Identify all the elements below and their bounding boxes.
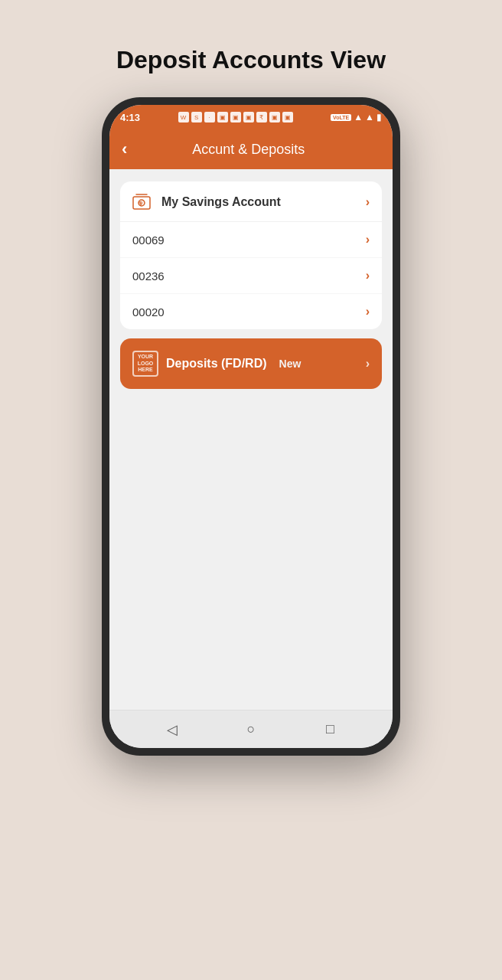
status-right: VoLTE ▲ ▲ ▮ [331,112,382,122]
account-chevron-2: › [366,269,370,283]
nav-title: Accunt & Deposits [139,142,357,158]
deposits-card[interactable]: YOUR LOGO HERE Deposits (FD/RD) New › [120,338,382,389]
battery-icon: ▮ [376,112,382,122]
new-badge: New [279,358,302,370]
deposits-logo-text: YOUR LOGO HERE [138,354,154,373]
savings-icon: $ [132,194,154,211]
deposits-left: YOUR LOGO HERE Deposits (FD/RD) New [132,351,301,377]
deposits-chevron-icon: › [366,357,370,371]
savings-header-left: $ My Savings Account [132,194,281,211]
page-title: Deposit Accounts View [116,46,386,74]
phone-screen: 4:13 W S · ▣ ▣ ▣ ₹ ▣ ▣ VoLTE ▲ ▲ ▮ ‹ [109,105,393,748]
account-chevron-1: › [366,233,370,247]
icon6: ▣ [243,112,254,122]
wifi-icon: ▲ [354,112,363,122]
account-item-2[interactable]: 00236 › [120,258,382,294]
bottom-nav-bar: ◁ ○ □ [109,710,393,748]
home-nav-button[interactable]: ○ [242,720,260,739]
savings-account-card: $ My Savings Account › 00069 › 00236 › [120,181,382,329]
deposits-logo: YOUR LOGO HERE [132,351,158,377]
recents-nav-button[interactable]: □ [321,720,339,739]
account-number-3: 00020 [132,305,165,318]
icon4: ▣ [217,112,228,122]
account-item-3[interactable]: 00020 › [120,294,382,329]
account-number-2: 00236 [132,270,165,283]
status-bar: 4:13 W S · ▣ ▣ ▣ ₹ ▣ ▣ VoLTE ▲ ▲ ▮ [109,105,393,129]
signal-icon: ▲ [365,112,374,122]
status-time: 4:13 [120,112,140,123]
volte-badge: VoLTE [331,114,351,121]
savings-card-header[interactable]: $ My Savings Account › [120,181,382,222]
phone-mockup: 4:13 W S · ▣ ▣ ▣ ₹ ▣ ▣ VoLTE ▲ ▲ ▮ ‹ [102,97,400,756]
deposits-title: Deposits (FD/RD) [166,357,267,371]
spotify-icon: S [191,112,202,122]
svg-text:$: $ [139,200,142,207]
back-nav-button[interactable]: ◁ [163,720,181,739]
icon7: ₹ [256,112,267,122]
whatsapp-icon: W [178,112,189,122]
icon5: ▣ [230,112,241,122]
icon3: · [204,112,215,122]
account-chevron-3: › [366,305,370,318]
savings-title: My Savings Account [161,195,281,209]
nav-bar: ‹ Accunt & Deposits [109,129,393,169]
icon8: ▣ [269,112,280,122]
status-icons: W S · ▣ ▣ ▣ ₹ ▣ ▣ [178,112,293,122]
account-number-1: 00069 [132,234,165,247]
back-button[interactable]: ‹ [122,141,127,158]
savings-chevron-icon: › [366,195,370,209]
icon9: ▣ [282,112,293,122]
content-area: $ My Savings Account › 00069 › 00236 › [109,169,393,710]
account-item-1[interactable]: 00069 › [120,222,382,258]
